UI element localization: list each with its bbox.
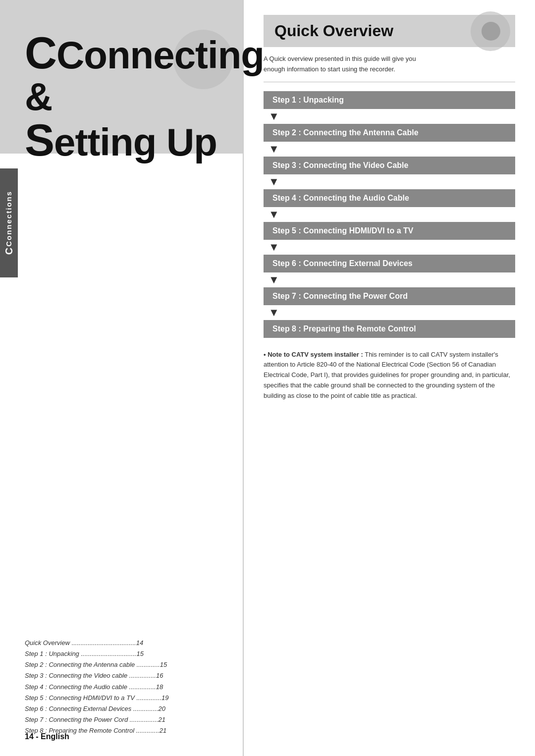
toc-item: Step 1 : Unpacking .....................… (25, 648, 218, 659)
right-panel: Quick Overview A Quick overview presente… (244, 0, 535, 756)
note-prefix: • (264, 351, 268, 358)
connections-tab-label: CConnections (3, 191, 15, 255)
note-section: • Note to CATV system installer : This r… (264, 350, 515, 401)
arrow-down-6: ▼ (268, 274, 515, 285)
left-panel: CConnecting & Setting Up CConnections Qu… (0, 0, 243, 756)
step-bar-7: Step 7 : Connecting the Power Cord (264, 287, 515, 305)
quick-overview-header: Quick Overview (264, 15, 515, 47)
step-4-label: Step 4 : Connecting the Audio Cable (272, 194, 409, 202)
main-title: CConnecting & Setting Up (25, 30, 264, 164)
arrow-down-5: ▼ (268, 242, 515, 253)
toc-item: Step 5 : Connecting HDMI/DVI to a TV ...… (25, 693, 218, 703)
toc-item: Step 2 : Connecting the Antenna cable ..… (25, 659, 218, 670)
arrow-down-4: ▼ (268, 209, 515, 220)
step-6-label: Step 6 : Connecting External Devices (272, 259, 413, 268)
arrow-down-7: ▼ (268, 307, 515, 318)
page-number: 14 - English (25, 732, 69, 741)
step-3-label: Step 3 : Connecting the Video Cable (272, 161, 408, 169)
connections-tab: CConnections (0, 168, 18, 277)
note-bold-label: Note to CATV system installer : (268, 351, 363, 358)
toc-item: Quick Overview .........................… (25, 638, 218, 648)
step-2-label: Step 2 : Connecting the Antenna Cable (272, 128, 419, 137)
title-line1: CConnecting & (25, 30, 264, 117)
arrow-down-1: ▼ (268, 111, 515, 122)
quick-overview-title: Quick Overview (274, 22, 393, 40)
page-container: CConnecting & Setting Up CConnections Qu… (0, 0, 535, 756)
header-circle-inner (482, 22, 500, 41)
step-bar-2: Step 2 : Connecting the Antenna Cable (264, 124, 515, 142)
overview-description: A Quick overview presented in this guide… (264, 54, 515, 82)
steps-container: Step 1 : Unpacking ▼ Step 2 : Connecting… (264, 91, 515, 338)
step-bar-1: Step 1 : Unpacking (264, 91, 515, 109)
arrow-down-2: ▼ (268, 144, 515, 155)
step-bar-5: Step 5 : Connecting HDMI/DVI to a TV (264, 222, 515, 240)
toc-item: Step 4 : Connecting the Audio cable ....… (25, 682, 218, 693)
title-line2: Setting Up (25, 117, 264, 164)
arrow-down-3: ▼ (268, 176, 515, 187)
toc-item: Step 7 : Connecting the Power Cord .....… (25, 714, 218, 725)
toc-item: Step 3 : Connecting the Video cable ....… (25, 670, 218, 681)
step-bar-6: Step 6 : Connecting External Devices (264, 255, 515, 272)
step-bar-8: Step 8 : Preparing the Remote Control (264, 320, 515, 338)
step-5-label: Step 5 : Connecting HDMI/DVI to a TV (272, 226, 413, 235)
table-of-contents: Quick Overview .........................… (0, 251, 243, 756)
step-8-label: Step 8 : Preparing the Remote Control (272, 324, 416, 333)
step-bar-4: Step 4 : Connecting the Audio Cable (264, 189, 515, 207)
toc-item: Step 6 : Connecting External Devices ...… (25, 703, 218, 714)
step-1-label: Step 1 : Unpacking (272, 96, 344, 104)
step-7-label: Step 7 : Connecting the Power Cord (272, 292, 408, 300)
step-bar-3: Step 3 : Connecting the Video Cable (264, 157, 515, 174)
